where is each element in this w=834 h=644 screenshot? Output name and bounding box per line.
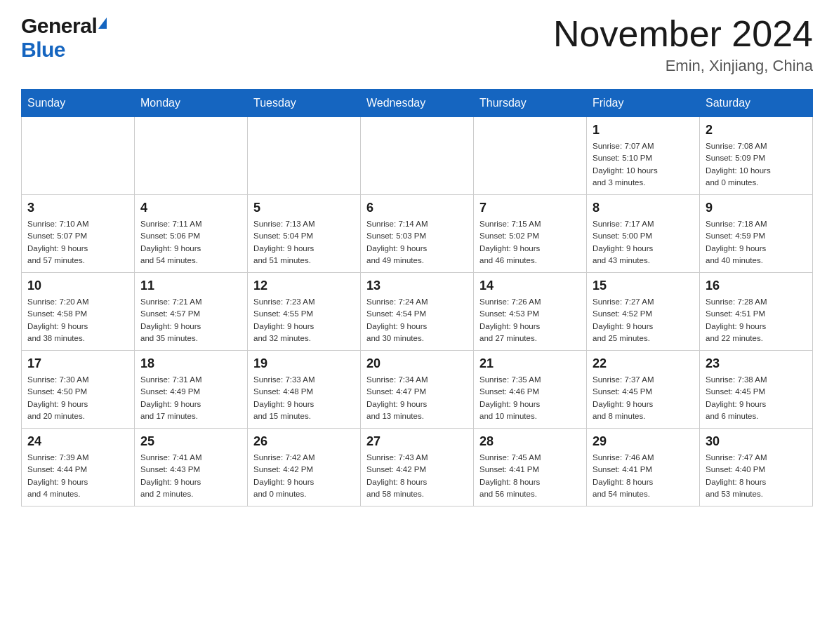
day-number: 7 — [479, 201, 581, 215]
weekday-header-row: SundayMondayTuesdayWednesdayThursdayFrid… — [22, 90, 813, 117]
calendar-cell: 15Sunrise: 7:27 AM Sunset: 4:52 PM Dayli… — [587, 273, 700, 351]
day-info: Sunrise: 7:27 AM Sunset: 4:52 PM Dayligh… — [593, 296, 694, 344]
day-info: Sunrise: 7:11 AM Sunset: 5:06 PM Dayligh… — [140, 218, 241, 267]
day-info: Sunrise: 7:17 AM Sunset: 5:00 PM Dayligh… — [593, 218, 694, 267]
calendar-cell: 22Sunrise: 7:37 AM Sunset: 4:45 PM Dayli… — [587, 351, 700, 429]
day-number: 19 — [253, 356, 355, 371]
calendar-cell — [135, 117, 248, 195]
day-info: Sunrise: 7:28 AM Sunset: 4:51 PM Dayligh… — [706, 296, 807, 344]
day-number: 23 — [706, 356, 807, 371]
weekday-header-wednesday: Wednesday — [361, 90, 474, 117]
logo-flag-icon — [98, 18, 107, 29]
day-number: 9 — [706, 201, 807, 215]
calendar-cell: 7Sunrise: 7:15 AM Sunset: 5:02 PM Daylig… — [474, 195, 587, 273]
day-info: Sunrise: 7:30 AM Sunset: 4:50 PM Dayligh… — [27, 374, 128, 422]
day-info: Sunrise: 7:07 AM Sunset: 5:10 PM Dayligh… — [593, 140, 694, 189]
day-number: 15 — [593, 279, 694, 293]
day-info: Sunrise: 7:15 AM Sunset: 5:02 PM Dayligh… — [479, 218, 581, 267]
calendar-cell — [22, 117, 135, 195]
calendar-cell — [474, 117, 587, 195]
day-number: 24 — [27, 434, 128, 449]
calendar-cell: 24Sunrise: 7:39 AM Sunset: 4:44 PM Dayli… — [22, 429, 135, 507]
logo-general-text: General — [21, 14, 97, 38]
calendar-cell: 21Sunrise: 7:35 AM Sunset: 4:46 PM Dayli… — [474, 351, 587, 429]
day-number: 26 — [253, 434, 355, 449]
day-info: Sunrise: 7:33 AM Sunset: 4:48 PM Dayligh… — [253, 374, 355, 422]
weekday-header-tuesday: Tuesday — [248, 90, 361, 117]
day-info: Sunrise: 7:08 AM Sunset: 5:09 PM Dayligh… — [706, 140, 807, 189]
day-number: 12 — [253, 279, 355, 293]
day-number: 3 — [27, 201, 128, 215]
day-info: Sunrise: 7:42 AM Sunset: 4:42 PM Dayligh… — [253, 452, 355, 500]
day-info: Sunrise: 7:34 AM Sunset: 4:47 PM Dayligh… — [366, 374, 468, 422]
day-number: 18 — [140, 356, 241, 371]
calendar-cell: 5Sunrise: 7:13 AM Sunset: 5:04 PM Daylig… — [248, 195, 361, 273]
day-number: 8 — [593, 201, 694, 215]
day-number: 14 — [479, 279, 581, 293]
page-header: General Blue November 2024 Emin, Xinjian… — [21, 14, 813, 75]
calendar-cell: 26Sunrise: 7:42 AM Sunset: 4:42 PM Dayli… — [248, 429, 361, 507]
calendar-cell: 19Sunrise: 7:33 AM Sunset: 4:48 PM Dayli… — [248, 351, 361, 429]
day-info: Sunrise: 7:26 AM Sunset: 4:53 PM Dayligh… — [479, 296, 581, 344]
weekday-header-thursday: Thursday — [474, 90, 587, 117]
calendar-cell — [248, 117, 361, 195]
day-number: 6 — [366, 201, 468, 215]
calendar-cell: 23Sunrise: 7:38 AM Sunset: 4:45 PM Dayli… — [700, 351, 813, 429]
calendar-cell — [361, 117, 474, 195]
calendar-cell: 3Sunrise: 7:10 AM Sunset: 5:07 PM Daylig… — [22, 195, 135, 273]
day-number: 20 — [366, 356, 468, 371]
day-info: Sunrise: 7:35 AM Sunset: 4:46 PM Dayligh… — [479, 374, 581, 422]
day-number: 27 — [366, 434, 468, 449]
calendar-cell: 8Sunrise: 7:17 AM Sunset: 5:00 PM Daylig… — [587, 195, 700, 273]
calendar-cell: 27Sunrise: 7:43 AM Sunset: 4:42 PM Dayli… — [361, 429, 474, 507]
calendar-cell: 2Sunrise: 7:08 AM Sunset: 5:09 PM Daylig… — [700, 117, 813, 195]
day-info: Sunrise: 7:18 AM Sunset: 4:59 PM Dayligh… — [706, 218, 807, 267]
calendar-cell: 4Sunrise: 7:11 AM Sunset: 5:06 PM Daylig… — [135, 195, 248, 273]
day-info: Sunrise: 7:46 AM Sunset: 4:41 PM Dayligh… — [593, 452, 694, 500]
day-info: Sunrise: 7:45 AM Sunset: 4:41 PM Dayligh… — [479, 452, 581, 500]
day-info: Sunrise: 7:37 AM Sunset: 4:45 PM Dayligh… — [593, 374, 694, 422]
day-info: Sunrise: 7:47 AM Sunset: 4:40 PM Dayligh… — [706, 452, 807, 500]
logo: General Blue — [21, 14, 107, 62]
day-number: 17 — [27, 356, 128, 371]
logo-blue-text: Blue — [21, 38, 65, 61]
day-number: 21 — [479, 356, 581, 371]
day-info: Sunrise: 7:14 AM Sunset: 5:03 PM Dayligh… — [366, 218, 468, 267]
day-number: 25 — [140, 434, 241, 449]
calendar-cell: 25Sunrise: 7:41 AM Sunset: 4:43 PM Dayli… — [135, 429, 248, 507]
calendar-cell: 16Sunrise: 7:28 AM Sunset: 4:51 PM Dayli… — [700, 273, 813, 351]
day-number: 10 — [27, 279, 128, 293]
week-row-5: 24Sunrise: 7:39 AM Sunset: 4:44 PM Dayli… — [22, 429, 813, 507]
day-number: 28 — [479, 434, 581, 449]
day-info: Sunrise: 7:38 AM Sunset: 4:45 PM Dayligh… — [706, 374, 807, 422]
day-info: Sunrise: 7:24 AM Sunset: 4:54 PM Dayligh… — [366, 296, 468, 344]
day-number: 5 — [253, 201, 355, 215]
weekday-header-monday: Monday — [135, 90, 248, 117]
day-number: 30 — [706, 434, 807, 449]
week-row-4: 17Sunrise: 7:30 AM Sunset: 4:50 PM Dayli… — [22, 351, 813, 429]
title-area: November 2024 Emin, Xinjiang, China — [553, 14, 813, 75]
day-info: Sunrise: 7:43 AM Sunset: 4:42 PM Dayligh… — [366, 452, 468, 500]
day-number: 29 — [593, 434, 694, 449]
calendar-cell: 1Sunrise: 7:07 AM Sunset: 5:10 PM Daylig… — [587, 117, 700, 195]
day-info: Sunrise: 7:39 AM Sunset: 4:44 PM Dayligh… — [27, 452, 128, 500]
calendar-cell: 12Sunrise: 7:23 AM Sunset: 4:55 PM Dayli… — [248, 273, 361, 351]
day-info: Sunrise: 7:10 AM Sunset: 5:07 PM Dayligh… — [27, 218, 128, 267]
week-row-1: 1Sunrise: 7:07 AM Sunset: 5:10 PM Daylig… — [22, 117, 813, 195]
day-number: 1 — [593, 123, 694, 137]
calendar-title: November 2024 — [553, 14, 813, 54]
calendar-cell: 20Sunrise: 7:34 AM Sunset: 4:47 PM Dayli… — [361, 351, 474, 429]
calendar-cell: 29Sunrise: 7:46 AM Sunset: 4:41 PM Dayli… — [587, 429, 700, 507]
day-info: Sunrise: 7:23 AM Sunset: 4:55 PM Dayligh… — [253, 296, 355, 344]
calendar-table: SundayMondayTuesdayWednesdayThursdayFrid… — [21, 89, 813, 507]
day-info: Sunrise: 7:13 AM Sunset: 5:04 PM Dayligh… — [253, 218, 355, 267]
calendar-cell: 6Sunrise: 7:14 AM Sunset: 5:03 PM Daylig… — [361, 195, 474, 273]
calendar-cell: 13Sunrise: 7:24 AM Sunset: 4:54 PM Dayli… — [361, 273, 474, 351]
day-number: 11 — [140, 279, 241, 293]
day-number: 4 — [140, 201, 241, 215]
day-number: 22 — [593, 356, 694, 371]
calendar-cell: 30Sunrise: 7:47 AM Sunset: 4:40 PM Dayli… — [700, 429, 813, 507]
day-info: Sunrise: 7:20 AM Sunset: 4:58 PM Dayligh… — [27, 296, 128, 344]
weekday-header-saturday: Saturday — [700, 90, 813, 117]
calendar-cell: 9Sunrise: 7:18 AM Sunset: 4:59 PM Daylig… — [700, 195, 813, 273]
